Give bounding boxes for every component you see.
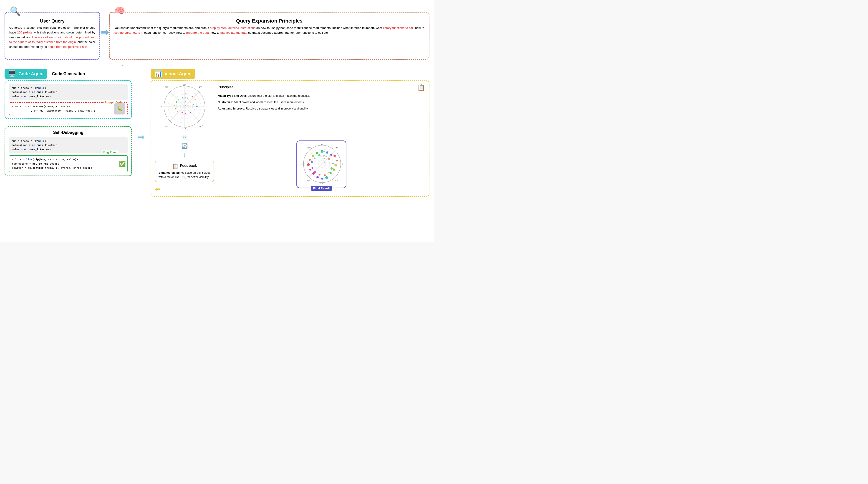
svg-point-30 [182,112,183,113]
visual-agent-icon: 📊 [154,70,162,78]
svg-text:0.8: 0.8 [185,93,188,94]
code-line-3: value = np.ones_like(hue) [11,94,125,98]
svg-text:0.6: 0.6 [323,158,325,160]
debug-line-2: saturation = np.ones_like(hue) [11,143,125,147]
svg-point-71 [316,152,318,154]
svg-point-73 [326,151,328,154]
feedback-text: Enhance Visibility: Scale up point sizes… [159,171,210,179]
bug-fixed-icon: ✅ [119,161,126,167]
svg-text:0.8: 0.8 [323,154,325,156]
feedback-icon: 📋 [172,164,178,169]
svg-point-67 [309,169,311,171]
svg-point-79 [311,161,313,163]
highlight-manipdata: manipulate the data [220,31,247,34]
svg-text:90°: 90° [183,84,186,86]
svg-point-84 [328,172,330,173]
svg-text:0.2: 0.2 [185,105,188,107]
svg-text:180°: 180° [301,163,304,165]
svg-text:135°: 135° [307,147,311,149]
svg-point-24 [187,98,188,99]
svg-point-85 [331,167,333,170]
svg-text:90°: 90° [321,143,323,145]
arrow-top-to-bottom: ↓ [121,60,124,67]
svg-point-72 [321,150,323,153]
arrow-feedback-to-code: ⬅ [155,185,160,193]
principles-doc-icon: 📋 [417,84,425,91]
highlight-prepdata: prepare the data [186,31,209,34]
query-expansion-text: You should understand what the query's r… [115,26,424,35]
polar-chart-container: 90° 0° 270° 180° 45° 135° 225° 315° 0.8 [161,84,208,130]
arrow-code-to-visual: ➡ [135,78,147,197]
principles-column: Principles 📋 Match Type and Data: Ensure… [218,84,425,193]
bug-fixed-label: Bug Fixed [102,150,119,154]
final-polar-chart: 90° 0° 270° 180° 45° 135° 225° 315° 1 [299,143,345,184]
fixed-line-2: rgb_colors = hsv_to_rgb(colors) [12,162,111,166]
user-query-title: User Query [9,19,95,24]
svg-text:0.4: 0.4 [185,101,188,103]
svg-point-33 [174,105,175,106]
right-column: 📊 Visual Agent [151,69,429,197]
svg-point-23 [190,102,191,103]
svg-point-27 [194,110,195,110]
highlight-libfunc: library functions to call [383,26,413,30]
svg-point-34 [176,101,177,103]
svg-point-83 [324,174,326,176]
visual-agent-label: Visual Agent [164,71,192,77]
svg-text:45°: 45° [335,147,338,149]
feedback-box: 📋 Feedback Enhance Visibility: Scale up … [155,161,214,182]
svg-point-28 [190,112,191,113]
fixed-line-1: colors = list(zip(hue, saturation, value… [12,158,111,162]
svg-point-65 [316,176,319,178]
principles-title: Principles [218,85,234,89]
left-column: 🖥️ Code Agent Code Generation hue = thet… [5,69,132,197]
svg-point-58 [334,155,336,157]
principle-3-bold: Adjust and Improve [218,107,244,110]
final-result-box: 90° 0° 270° 180° 45° 135° 225° 315° 1 [297,140,346,188]
visual-agent-banner: 📊 Visual Agent [151,69,195,79]
svg-text:315°: 315° [199,125,203,127]
svg-text:0°: 0° [206,106,208,108]
svg-text:270°: 270° [320,182,324,184]
visual-inner: 90° 0° 270° 180° 45° 135° 225° 315° 0.8 [155,84,425,193]
highlight-200points: 200 points [17,31,33,34]
svg-point-62 [330,172,332,174]
svg-point-77 [318,154,320,156]
feedback-bold: Enhance Visibility [159,171,183,174]
user-query-text: Generate a scatter plot with polar proje… [9,26,95,49]
code-agent-icon: 🖥️ [8,70,16,78]
svg-point-81 [314,171,316,173]
svg-point-29 [185,113,186,114]
svg-text:0.4: 0.4 [323,162,325,163]
svg-point-60 [334,164,337,166]
feedback-title: Feedback [180,164,197,168]
final-result-label: Final Result [311,186,332,191]
highlight-setparams: set the parameters [115,31,140,34]
code-normal-block: hue = theta / (2*np.pi) saturation = np.… [9,84,128,101]
svg-point-69 [309,159,311,161]
principles-text: Match Type and Data: Ensure that the plo… [218,93,425,113]
svg-text:45°: 45° [199,86,202,88]
svg-point-86 [332,163,334,164]
code-generation-box: hue = theta / (2*np.pi) saturation = np.… [5,80,132,119]
refresh-icon: 🔄 [182,143,188,149]
svg-point-35 [178,99,179,100]
code-agent-banner: 🖥️ Code Agent [5,69,47,79]
svg-text:135°: 135° [165,86,169,88]
svg-point-32 [175,108,176,110]
bottom-row: 🖥️ Code Agent Code Generation hue = thet… [5,69,429,197]
svg-point-25 [193,104,194,105]
fixed-line-3: scatter = ax.scatter(theta, r, s=area, c… [12,166,111,170]
principle-1-bold: Match Type and Data [218,94,246,97]
svg-point-64 [321,178,323,180]
svg-point-78 [314,158,315,159]
highlight-area: The area of each point should be proport… [9,35,95,44]
svg-point-61 [333,168,335,171]
user-query-box: 🔍 User Query Generate a scatter plot wit… [5,12,100,60]
main-container: 🔍 User Query Generate a scatter plot wit… [0,0,434,242]
svg-point-63 [325,176,328,179]
highlight-angle: angle from the positive x-axis [48,45,88,49]
svg-text:180°: 180° [161,106,162,108]
svg-point-36 [182,97,183,98]
svg-point-22 [195,99,196,100]
code-agent-label: Code Agent [19,71,44,77]
